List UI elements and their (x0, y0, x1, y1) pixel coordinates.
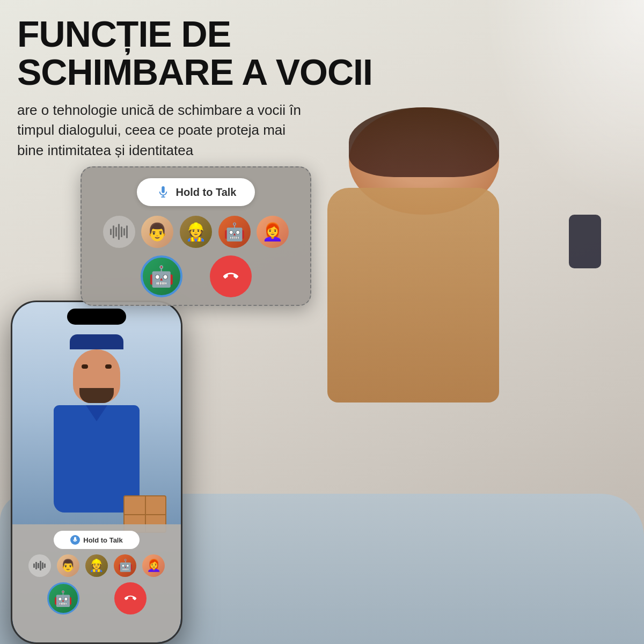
avatar-robot-small[interactable]: 🤖 (114, 554, 136, 577)
avatar-robot-emoji: 🤖 (224, 222, 245, 242)
avatar-man1-small-emoji: 👨 (61, 559, 75, 573)
sbar3 (38, 563, 39, 568)
avatar-girl-emoji: 👩‍🦰 (262, 222, 283, 242)
sound-bars (110, 216, 128, 248)
avatar-man1-large[interactable]: 👨 (141, 216, 173, 248)
hold-to-talk-button-large[interactable]: Hold to Talk (137, 178, 255, 206)
avatar-row-small: 👨 👷 🤖 👩‍🦰 (21, 554, 172, 577)
avatar-man2-small[interactable]: 👷 (85, 554, 108, 577)
hold-to-talk-text-large: Hold to Talk (176, 186, 237, 199)
sbar4 (40, 561, 41, 570)
action-row-small: 🤖 (21, 582, 172, 614)
beard (79, 388, 114, 403)
sound-bar-2 (113, 225, 114, 238)
title-line2: SCHIMBARE A VOCII (17, 52, 372, 92)
sound-icon (33, 561, 46, 570)
avatar-girl-small[interactable]: 👩‍🦰 (142, 554, 165, 577)
active-avatar-emoji: 🤖 (149, 265, 174, 288)
sound-wave-avatar-small[interactable] (28, 554, 51, 577)
dynamic-island (67, 309, 126, 325)
avatar-man1-emoji: 👨 (147, 222, 168, 242)
delivery-man-figure (32, 334, 161, 538)
sound-bar-6 (123, 228, 125, 236)
face (73, 349, 120, 403)
avatar-robot-small-emoji: 🤖 (118, 559, 133, 573)
phone-mockup: Hold to Talk 👨 (11, 301, 182, 644)
title-line1: FUNCȚIE DE (17, 13, 231, 54)
popup-overlay: Hold to Talk 👨 👷 🤖 (80, 166, 311, 306)
phone-bottom-ui: Hold to Talk 👨 (12, 524, 181, 642)
action-row-large: 🤖 (94, 255, 297, 297)
avatar-girl-small-emoji: 👩‍🦰 (147, 559, 161, 573)
header-section: FUNCȚIE DE SCHIMBARE A VOCII are o tehno… (17, 15, 372, 161)
main-title: FUNCȚIE DE SCHIMBARE A VOCII (17, 15, 372, 92)
hat (70, 334, 123, 349)
avatar-man2-emoji: 👷 (185, 222, 207, 242)
active-avatar-large[interactable]: 🤖 (141, 255, 182, 297)
avatar-man1-small[interactable]: 👨 (57, 554, 79, 577)
end-call-button-large[interactable] (210, 255, 252, 297)
active-avatar-small-emoji: 🤖 (54, 590, 72, 608)
eye-right (105, 364, 112, 369)
sbar2 (35, 562, 37, 569)
sound-bar-7 (126, 225, 128, 238)
avatar-row-large: 👨 👷 🤖 👩‍🦰 (94, 216, 297, 248)
sound-bar-1 (110, 229, 112, 235)
phone-frame: Hold to Talk 👨 (11, 301, 182, 644)
hold-to-talk-text-small: Hold to Talk (83, 536, 122, 544)
eye-left (82, 364, 88, 369)
sbar6 (44, 564, 46, 568)
avatar-robot-large[interactable]: 🤖 (218, 216, 251, 248)
avatar-man2-large[interactable]: 👷 (180, 216, 212, 248)
active-avatar-small[interactable]: 🤖 (47, 582, 79, 614)
avatar-girl-large[interactable]: 👩‍🦰 (257, 216, 289, 248)
subtitle-text: are o tehnologie unică de schimbare a vo… (17, 100, 302, 161)
end-call-button-small[interactable] (114, 582, 147, 614)
sound-bar-4 (118, 224, 120, 240)
sbar5 (42, 562, 43, 569)
hold-to-talk-button-small[interactable]: Hold to Talk (54, 531, 140, 549)
sound-wave-avatar-large[interactable] (103, 216, 135, 248)
microphone-icon-small (70, 535, 80, 545)
woman-photo (295, 107, 617, 590)
sound-bar-3 (115, 227, 117, 237)
microphone-icon-large (156, 185, 171, 200)
sbar1 (33, 564, 35, 568)
collar (86, 405, 107, 421)
avatar-man2-small-emoji: 👷 (89, 559, 104, 573)
sound-bar-5 (121, 226, 122, 237)
